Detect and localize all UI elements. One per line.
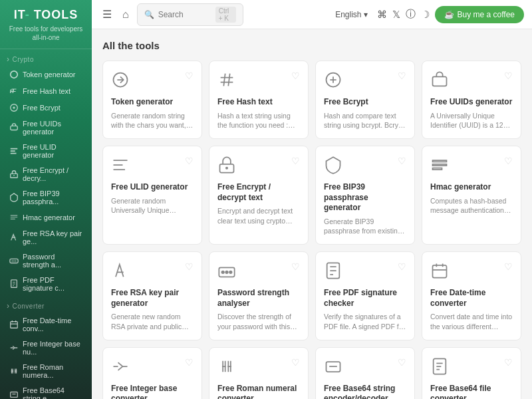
sidebar-subtitle: Free tools for developers all-in-one xyxy=(7,25,85,42)
card-top: ♡ xyxy=(324,261,406,283)
card-title: Free Base64 file converter xyxy=(430,384,513,399)
tool-card-uuid[interactable]: ♡ Free UUIDs generator A Universally Uni… xyxy=(422,61,521,139)
tool-icon-integer xyxy=(111,357,132,378)
logo-it: IT xyxy=(14,8,25,21)
card-desc: Discover the strength of your password w… xyxy=(217,312,300,331)
sidebar-item-base64str[interactable]: Free Base64 string e... xyxy=(3,383,89,399)
tool-card-pdf[interactable]: ♡ Free PDF signature checker Verify the … xyxy=(315,251,415,340)
card-top: ♡ xyxy=(430,357,513,378)
card-desc: Hash a text string using the function yo… xyxy=(217,111,300,130)
menu-button[interactable]: ☰ xyxy=(100,5,114,23)
card-top: ♡ xyxy=(217,70,300,92)
card-title: Free Roman numeral converter xyxy=(217,384,300,399)
svg-point-21 xyxy=(226,167,227,168)
favorite-icon[interactable]: ♡ xyxy=(291,70,300,81)
favorite-icon[interactable]: ♡ xyxy=(504,357,513,368)
sidebar-crypto-section: Crypto Token generator Free Hash text Fr… xyxy=(0,49,92,296)
tool-icon-base64file xyxy=(430,357,452,378)
card-title: Token generator xyxy=(111,97,194,108)
sidebar-converter-section: Converter Free Date-time conv... Free In… xyxy=(0,296,92,399)
card-desc: Encrypt and decrypt text clear text usin… xyxy=(217,206,300,225)
tool-icon-bip39 xyxy=(324,156,345,177)
tool-card-hash[interactable]: ♡ Free Hash text Hash a text string usin… xyxy=(209,61,309,139)
sidebar-label: Free Encrypt / decry... xyxy=(23,166,82,182)
favorite-icon[interactable]: ♡ xyxy=(504,156,513,166)
card-title: Password strength analyser xyxy=(217,288,300,309)
sidebar-item-roman[interactable]: Free Roman numera... xyxy=(3,360,89,382)
sidebar-label: Free UUIDs generator xyxy=(23,120,82,136)
sidebar-item-encrypt[interactable]: Free Encrypt / decry... xyxy=(3,163,89,186)
theme-icon[interactable]: ☽ xyxy=(421,9,430,21)
home-button[interactable]: ⌂ xyxy=(120,6,132,23)
search-bar: 🔍 Ctrl + K xyxy=(137,3,243,26)
favorite-icon[interactable]: ♡ xyxy=(185,261,194,272)
tool-icon-base64str xyxy=(324,357,345,378)
sidebar-label: Free Roman numera... xyxy=(23,363,82,379)
tool-card-base64file[interactable]: ♡ Free Base64 file converter Convert str… xyxy=(422,347,521,399)
tool-icon-hmac xyxy=(430,156,452,177)
twitter-icon[interactable]: 𝕏 xyxy=(392,9,400,21)
favorite-icon[interactable]: ♡ xyxy=(398,261,406,272)
card-desc: Generate random Universally Unique Lexic… xyxy=(111,196,194,215)
favorite-icon[interactable]: ♡ xyxy=(291,261,300,272)
svg-rect-1 xyxy=(11,126,18,130)
favorite-icon[interactable]: ♡ xyxy=(398,357,406,368)
sidebar-item-integer[interactable]: Free Integer base nu... xyxy=(3,336,89,359)
svg-point-3 xyxy=(13,175,15,176)
tool-card-base64str[interactable]: ♡ Free Base64 string encoder/decoder Sim… xyxy=(315,347,415,399)
tool-card-datetime[interactable]: ♡ Free Date-time converter Convert date … xyxy=(422,251,521,340)
card-top: ♡ xyxy=(217,261,300,283)
card-top: ♡ xyxy=(217,357,300,378)
sidebar-item-bip39[interactable]: Free BIP39 passphra... xyxy=(3,186,89,209)
favorite-icon[interactable]: ♡ xyxy=(398,70,406,81)
search-input[interactable] xyxy=(158,10,211,19)
sidebar-item-pdf[interactable]: Free PDF signature c... xyxy=(3,273,89,295)
card-top: ♡ xyxy=(430,70,513,92)
sidebar-item-token[interactable]: Token generator xyxy=(3,66,89,82)
tool-card-encrypt[interactable]: ♡ Free Encrypt / decrypt text Encrypt an… xyxy=(209,146,309,245)
sidebar-item-uuid[interactable]: Free UUIDs generator xyxy=(3,116,89,139)
favorite-icon[interactable]: ♡ xyxy=(504,70,513,81)
content-area: All the tools ♡ Token generator Generate… xyxy=(92,29,532,399)
card-top: ♡ xyxy=(111,261,194,283)
tools-grid: ♡ Token generator Generate random string… xyxy=(102,61,521,399)
github-icon[interactable]: ⌘ xyxy=(377,9,387,21)
sidebar-label: Free ULID generator xyxy=(23,143,82,159)
sidebar-item-bcrypt[interactable]: Free Bcrypt xyxy=(3,100,89,116)
svg-rect-10 xyxy=(11,392,18,398)
tool-card-password[interactable]: ♡ Password strength analyser Discover th… xyxy=(209,251,309,340)
tool-card-bcrypt[interactable]: ♡ Free Bcrypt Hash and compare text stri… xyxy=(315,61,415,139)
sidebar-item-hash[interactable]: Free Hash text xyxy=(3,83,89,99)
tool-card-hmac[interactable]: ♡ Hmac generator Computes a hash-based m… xyxy=(422,146,521,245)
tool-card-rsa[interactable]: ♡ Free RSA key pair generator Generate n… xyxy=(102,251,202,340)
card-top: ♡ xyxy=(111,357,194,378)
sidebar-item-ulid[interactable]: Free ULID generator xyxy=(3,140,89,162)
favorite-icon[interactable]: ♡ xyxy=(185,156,194,166)
tool-card-token[interactable]: ♡ Token generator Generate random string… xyxy=(102,61,202,139)
tool-card-bip39[interactable]: ♡ Free BIP39 passphrase generator Genera… xyxy=(315,146,415,245)
language-selector[interactable]: English ▾ xyxy=(331,7,371,22)
buy-coffee-button[interactable]: ☕ Buy me a coffee xyxy=(435,6,525,23)
info-icon[interactable]: ⓘ xyxy=(406,8,416,21)
card-title: Free BIP39 passphrase generator xyxy=(324,182,406,213)
favorite-icon[interactable]: ♡ xyxy=(185,70,194,81)
tool-card-ulid[interactable]: ♡ Free ULID generator Generate random Un… xyxy=(102,146,202,245)
tool-icon-uuid xyxy=(430,70,452,92)
favorite-icon[interactable]: ♡ xyxy=(291,156,300,166)
sidebar-item-hmac[interactable]: Hmac generator xyxy=(3,209,89,225)
tool-icon-encrypt xyxy=(217,156,239,177)
sidebar-item-password[interactable]: Password strength a... xyxy=(3,249,89,272)
sidebar-item-datetime[interactable]: Free Date-time conv... xyxy=(3,313,89,336)
svg-rect-9 xyxy=(11,322,18,329)
favorite-icon[interactable]: ♡ xyxy=(291,357,300,368)
sidebar-label: Free Hash text xyxy=(23,87,70,95)
tool-card-integer[interactable]: ♡ Free Integer base converter Convert nu… xyxy=(102,347,202,399)
favorite-icon[interactable]: ♡ xyxy=(504,261,513,272)
main-area: ☰ ⌂ 🔍 Ctrl + K English ▾ ⌘ 𝕏 ⓘ ☽ ☕ Buy m… xyxy=(92,0,532,399)
card-title: Free Hash text xyxy=(217,97,300,108)
sidebar-logo: IT- TOOLS xyxy=(7,8,85,22)
tool-card-roman[interactable]: ♡ Free Roman numeral converter Convert R… xyxy=(209,347,309,399)
favorite-icon[interactable]: ♡ xyxy=(398,156,406,166)
sidebar-item-rsa[interactable]: Free RSA key pair ge... xyxy=(3,226,89,249)
favorite-icon[interactable]: ♡ xyxy=(185,357,194,368)
